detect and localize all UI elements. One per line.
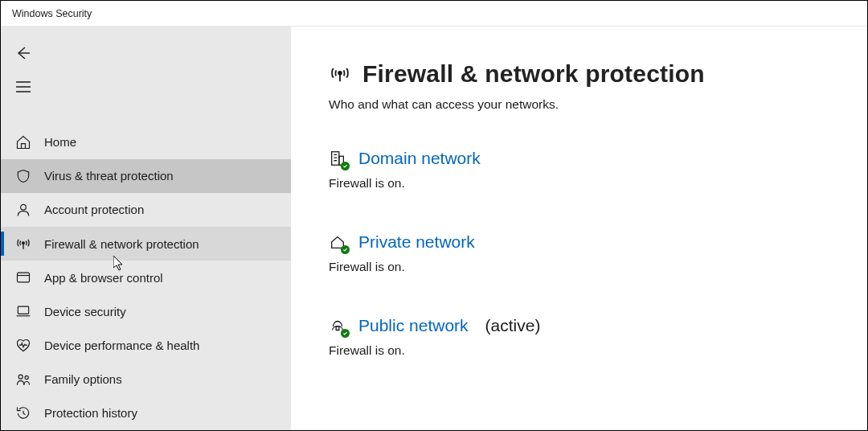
- svg-rect-7: [332, 152, 339, 166]
- svg-rect-2: [18, 273, 30, 282]
- check-badge-icon: [341, 329, 350, 338]
- back-row: [1, 36, 291, 70]
- domain-network-link[interactable]: Domain network: [358, 149, 481, 168]
- check-badge-icon: [341, 245, 350, 254]
- public-network-link[interactable]: Public network: [358, 316, 469, 335]
- sidebar-item-account[interactable]: Account protection: [1, 193, 291, 227]
- heart-rate-icon: [15, 338, 31, 354]
- antenna-icon: [329, 63, 351, 85]
- sidebar-item-family[interactable]: Family options: [1, 363, 291, 396]
- sidebar-item-app-browser[interactable]: App & browser control: [1, 261, 291, 294]
- shield-icon: [15, 168, 31, 184]
- layout: Home Virus & threat protection Account p…: [1, 27, 867, 430]
- sidebar-item-firewall[interactable]: Firewall & network protection: [1, 227, 291, 261]
- sidebar-item-virus[interactable]: Virus & threat protection: [1, 159, 291, 193]
- antenna-icon: [15, 236, 31, 252]
- public-network-icon: [329, 317, 346, 335]
- home-icon: [15, 134, 31, 150]
- family-icon: [15, 371, 31, 388]
- network-private: Private network Firewall is on.: [329, 232, 867, 274]
- network-domain: Domain network Firewall is on.: [329, 149, 867, 191]
- check-badge-icon: [341, 162, 350, 170]
- network-public: Public network (active) Firewall is on.: [329, 316, 867, 358]
- sidebar-item-label: Home: [44, 135, 291, 149]
- hamburger-icon: [14, 77, 33, 96]
- sidebar-item-history[interactable]: Protection history: [1, 396, 291, 430]
- sidebar-item-label: Account protection: [44, 203, 291, 216]
- sidebar-item-label: Virus & threat protection: [44, 169, 291, 183]
- sidebar-item-label: Protection history: [44, 406, 291, 420]
- sidebar-item-label: App & browser control: [44, 271, 291, 285]
- svg-point-4: [18, 375, 23, 379]
- page-heading-row: Firewall & network protection: [329, 60, 867, 88]
- sidebar: Home Virus & threat protection Account p…: [1, 27, 291, 430]
- sidebar-item-label: Device security: [44, 305, 291, 318]
- page-title: Firewall & network protection: [362, 60, 705, 88]
- sidebar-item-label: Device performance & health: [44, 339, 291, 352]
- menu-button[interactable]: [14, 77, 33, 96]
- sidebar-item-device-security[interactable]: Device security: [1, 294, 291, 328]
- network-status: Firewall is on.: [329, 260, 867, 274]
- sidebar-item-performance[interactable]: Device performance & health: [1, 328, 291, 362]
- private-network-link[interactable]: Private network: [358, 232, 475, 252]
- sidebar-item-label: Family options: [44, 372, 291, 386]
- main-content: Firewall & network protection Who and wh…: [291, 27, 867, 430]
- laptop-icon: [15, 303, 31, 319]
- svg-point-5: [25, 376, 28, 379]
- history-icon: [15, 405, 31, 421]
- network-status: Firewall is on.: [329, 176, 867, 191]
- sidebar-item-home[interactable]: Home: [1, 125, 291, 159]
- back-button[interactable]: [14, 43, 33, 63]
- domain-network-icon: [329, 150, 346, 167]
- private-network-icon: [329, 233, 346, 251]
- app-browser-icon: [15, 269, 31, 285]
- window-titlebar: Windows Security: [1, 1, 867, 27]
- svg-point-0: [21, 204, 27, 210]
- network-status: Firewall is on.: [329, 343, 867, 358]
- sidebar-item-label: Firewall & network protection: [44, 237, 291, 251]
- svg-rect-3: [18, 307, 28, 314]
- back-arrow-icon: [14, 43, 33, 63]
- menu-row: [1, 70, 291, 104]
- active-label: (active): [485, 316, 541, 335]
- account-icon: [15, 202, 31, 218]
- window-title: Windows Security: [12, 8, 92, 19]
- page-subtitle: Who and what can access your networks.: [329, 97, 867, 112]
